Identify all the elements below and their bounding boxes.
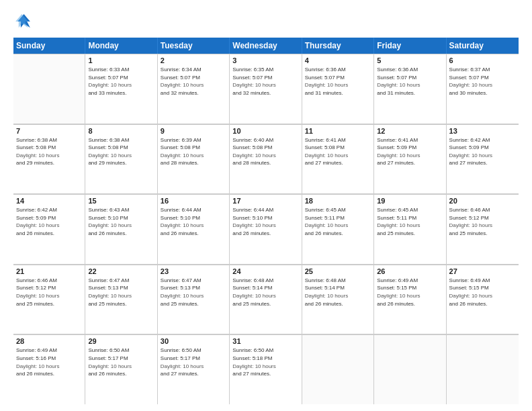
info-line: Sunrise: 6:39 AM [161, 137, 202, 143]
info-line: Sunset: 5:09 PM [16, 215, 56, 221]
info-line: Daylight: 10 hours [305, 82, 348, 88]
day-number: 20 [449, 197, 516, 205]
info-line: Daylight: 10 hours [232, 82, 275, 88]
info-line: Daylight: 10 hours [377, 82, 420, 88]
info-line: Sunset: 5:12 PM [16, 285, 56, 291]
info-line: Sunset: 5:07 PM [377, 75, 416, 81]
info-line: Daylight: 10 hours [449, 293, 492, 299]
info-line: and 29 minutes. [16, 160, 54, 166]
info-line: and 26 minutes. [16, 230, 54, 236]
info-line: and 25 minutes. [161, 301, 199, 307]
info-line: Sunset: 5:17 PM [161, 355, 200, 361]
info-line: Sunrise: 6:48 AM [232, 277, 273, 283]
info-line: Sunset: 5:17 PM [88, 355, 128, 361]
logo [13, 12, 35, 31]
header-cell-tuesday: Tuesday [158, 38, 230, 54]
calendar-cell: 27Sunrise: 6:49 AMSunset: 5:15 PMDayligh… [447, 265, 519, 334]
calendar-cell [13, 54, 85, 124]
day-number: 23 [161, 267, 226, 275]
info-line: Sunrise: 6:50 AM [88, 347, 129, 353]
info-line: and 26 minutes. [377, 301, 415, 307]
calendar: SundayMondayTuesdayWednesdayThursdayFrid… [13, 38, 519, 404]
calendar-cell: 4Sunrise: 6:36 AMSunset: 5:07 PMDaylight… [302, 54, 374, 124]
day-info: Sunrise: 6:38 AMSunset: 5:08 PMDaylight:… [16, 136, 82, 167]
day-number: 22 [88, 267, 154, 275]
day-info: Sunrise: 6:36 AMSunset: 5:07 PMDaylight:… [377, 66, 443, 97]
calendar-cell: 7Sunrise: 6:38 AMSunset: 5:08 PMDaylight… [13, 124, 85, 194]
calendar-cell: 6Sunrise: 6:37 AMSunset: 5:07 PMDaylight… [447, 54, 519, 124]
day-info: Sunrise: 6:42 AMSunset: 5:09 PMDaylight:… [16, 206, 82, 237]
day-info: Sunrise: 6:42 AMSunset: 5:09 PMDaylight:… [449, 136, 516, 167]
header-cell-sunday: Sunday [13, 38, 85, 54]
day-info: Sunrise: 6:46 AMSunset: 5:12 PMDaylight:… [449, 206, 516, 237]
info-line: Sunrise: 6:50 AM [161, 347, 202, 353]
day-info: Sunrise: 6:39 AMSunset: 5:08 PMDaylight:… [161, 136, 226, 167]
info-line: Sunset: 5:09 PM [449, 144, 489, 150]
calendar-cell: 9Sunrise: 6:39 AMSunset: 5:08 PMDaylight… [158, 124, 230, 194]
info-line: Daylight: 10 hours [161, 222, 204, 228]
day-info: Sunrise: 6:45 AMSunset: 5:11 PMDaylight:… [377, 206, 443, 237]
info-line: Sunset: 5:08 PM [232, 144, 272, 150]
calendar-row-1: 7Sunrise: 6:38 AMSunset: 5:08 PMDaylight… [13, 124, 519, 195]
calendar-cell: 10Sunrise: 6:40 AMSunset: 5:08 PMDayligh… [230, 124, 302, 194]
info-line: Sunset: 5:12 PM [449, 215, 489, 221]
calendar-cell: 8Sunrise: 6:38 AMSunset: 5:08 PMDaylight… [85, 124, 157, 194]
calendar-cell: 20Sunrise: 6:46 AMSunset: 5:12 PMDayligh… [447, 194, 519, 264]
day-info: Sunrise: 6:48 AMSunset: 5:14 PMDaylight:… [305, 277, 371, 308]
header-cell-saturday: Saturday [447, 38, 519, 54]
calendar-cell: 23Sunrise: 6:47 AMSunset: 5:13 PMDayligh… [158, 265, 230, 334]
info-line: Sunrise: 6:33 AM [88, 66, 129, 73]
info-line: Sunrise: 6:48 AM [305, 277, 346, 283]
day-number: 13 [449, 127, 516, 135]
calendar-cell [302, 334, 374, 404]
header-cell-wednesday: Wednesday [230, 38, 302, 54]
header-cell-friday: Friday [374, 38, 446, 54]
calendar-cell: 17Sunrise: 6:44 AMSunset: 5:10 PMDayligh… [230, 194, 302, 264]
day-number: 16 [161, 197, 226, 205]
day-number: 2 [161, 56, 226, 64]
info-line: Sunrise: 6:43 AM [88, 207, 129, 213]
calendar-cell: 31Sunrise: 6:50 AMSunset: 5:18 PMDayligh… [230, 334, 302, 404]
day-info: Sunrise: 6:36 AMSunset: 5:07 PMDaylight:… [305, 66, 371, 97]
info-line: and 32 minutes. [232, 90, 271, 96]
info-line: Daylight: 10 hours [449, 222, 492, 228]
info-line: Daylight: 10 hours [88, 222, 131, 228]
info-line: Sunrise: 6:47 AM [161, 277, 202, 283]
calendar-cell: 28Sunrise: 6:49 AMSunset: 5:16 PMDayligh… [13, 334, 85, 404]
day-number: 25 [305, 267, 371, 275]
info-line: Daylight: 10 hours [16, 293, 59, 299]
info-line: Sunset: 5:13 PM [161, 285, 200, 291]
info-line: and 27 minutes. [161, 371, 199, 377]
calendar-cell: 22Sunrise: 6:47 AMSunset: 5:13 PMDayligh… [85, 265, 157, 334]
info-line: Sunrise: 6:42 AM [16, 207, 57, 213]
day-number: 18 [305, 197, 371, 205]
info-line: Sunset: 5:14 PM [232, 285, 272, 291]
calendar-cell: 5Sunrise: 6:36 AMSunset: 5:07 PMDaylight… [374, 54, 446, 124]
day-number: 9 [161, 127, 226, 135]
day-number: 30 [161, 337, 226, 345]
info-line: Sunrise: 6:45 AM [305, 207, 346, 213]
info-line: Sunset: 5:08 PM [88, 144, 128, 150]
calendar-cell: 24Sunrise: 6:48 AMSunset: 5:14 PMDayligh… [230, 265, 302, 334]
info-line: and 26 minutes. [232, 230, 271, 236]
info-line: and 25 minutes. [232, 301, 271, 307]
info-line: Daylight: 10 hours [232, 293, 275, 299]
info-line: and 26 minutes. [161, 230, 199, 236]
info-line: Sunrise: 6:49 AM [16, 347, 57, 353]
info-line: Daylight: 10 hours [449, 82, 492, 88]
calendar-cell: 18Sunrise: 6:45 AMSunset: 5:11 PMDayligh… [302, 194, 374, 264]
info-line: Sunrise: 6:44 AM [161, 207, 202, 213]
info-line: Daylight: 10 hours [88, 293, 131, 299]
info-line: and 26 minutes. [449, 301, 488, 307]
page: SundayMondayTuesdayWednesdayThursdayFrid… [0, 0, 532, 411]
info-line: Sunrise: 6:35 AM [232, 66, 273, 73]
day-info: Sunrise: 6:41 AMSunset: 5:08 PMDaylight:… [305, 136, 371, 167]
info-line: Sunrise: 6:38 AM [88, 137, 129, 143]
info-line: and 25 minutes. [449, 230, 488, 236]
info-line: Daylight: 10 hours [88, 82, 131, 88]
calendar-header: SundayMondayTuesdayWednesdayThursdayFrid… [13, 38, 519, 54]
header [13, 12, 519, 31]
day-info: Sunrise: 6:50 AMSunset: 5:18 PMDaylight:… [232, 347, 298, 377]
info-line: and 31 minutes. [305, 90, 343, 96]
day-number: 11 [305, 127, 371, 135]
